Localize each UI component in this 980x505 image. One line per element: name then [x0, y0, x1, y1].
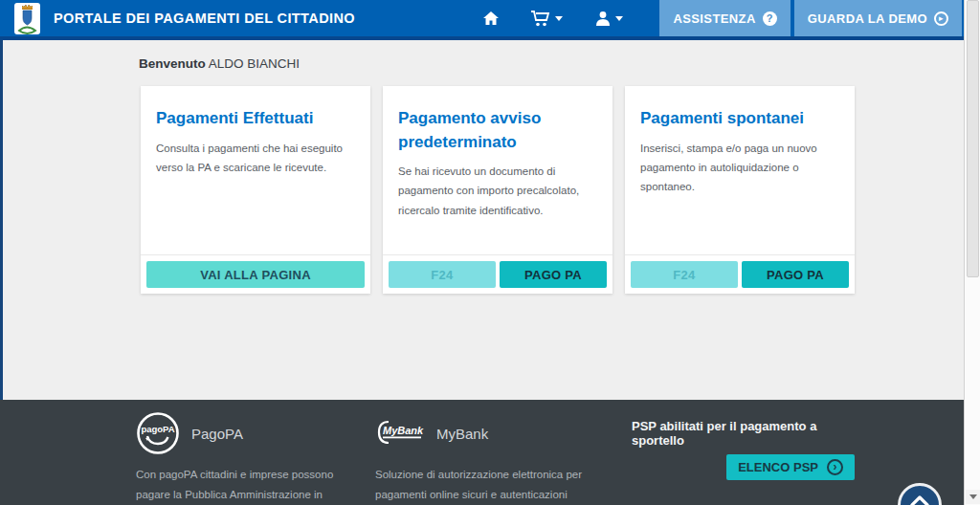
- elenco-psp-label: ELENCO PSP: [738, 460, 818, 474]
- pagopa-logo: pagoPA: [136, 411, 180, 455]
- chevron-down-icon: [615, 16, 623, 21]
- guarda-la-demo-button[interactable]: GUARDA LA DEMO ▸: [794, 0, 962, 36]
- page-footer: pagoPA PagoPA Con pagoPA cittadini e imp…: [0, 400, 980, 505]
- demo-label: GUARDA LA DEMO: [808, 11, 927, 26]
- portal-page: PORTALE DEI PAGAMENTI DEL CITTADINO ASSI…: [0, 0, 980, 505]
- f24-button[interactable]: F24: [389, 261, 496, 288]
- help-icon: ?: [763, 11, 777, 26]
- footer-psp-section: PSP abilitati per il pagamento a sportel…: [632, 411, 857, 448]
- card-footer: VAI ALLA PAGINA: [141, 254, 370, 294]
- demo-play-icon: ▸: [934, 11, 948, 26]
- pagopa-logo-row: pagoPA PagoPA: [136, 411, 366, 455]
- welcome-prefix: Benvenuto: [139, 56, 206, 71]
- cart-menu[interactable]: [531, 11, 563, 27]
- card-pagamenti-spontanei: Pagamenti spontanei Inserisci, stampa e/…: [625, 86, 855, 294]
- pago-pa-button[interactable]: PAGO PA: [742, 261, 849, 288]
- chevron-up-icon: [910, 495, 929, 505]
- welcome-username: ALDO BIANCHI: [209, 56, 300, 71]
- pagopa-name: PagoPA: [191, 426, 243, 442]
- svg-text:MyBank: MyBank: [383, 425, 424, 436]
- page-title: PORTALE DEI PAGAMENTI DEL CITTADINO: [54, 11, 355, 26]
- card-description: Inserisci, stampa e/o paga un nuovo paga…: [640, 139, 839, 196]
- mybank-description[interactable]: Soluzione di autorizzazione elettronica …: [375, 465, 622, 505]
- card-footer: F24 PAGO PA: [383, 254, 612, 294]
- user-icon: [595, 11, 611, 26]
- card-body: Pagamenti spontanei Inserisci, stampa e/…: [625, 86, 855, 254]
- municipality-crest-logo: [13, 2, 41, 35]
- vai-alla-pagina-button[interactable]: VAI ALLA PAGINA: [146, 261, 365, 288]
- mybank-logo-row: MyBank MyBank: [375, 411, 622, 455]
- card-body: Pagamenti Effettuati Consulta i pagament…: [141, 86, 370, 254]
- card-description: Consulta i pagamenti che hai eseguito ve…: [156, 139, 355, 177]
- elenco-psp-button[interactable]: ELENCO PSP ›: [726, 454, 855, 480]
- psp-title: PSP abilitati per il pagamento a sportel…: [632, 419, 857, 448]
- chevron-down-icon: [555, 16, 563, 21]
- pagopa-description[interactable]: Con pagoPA cittadini e imprese possono p…: [136, 465, 366, 505]
- vertical-scrollbar[interactable]: [964, 0, 980, 505]
- card-title: Pagamenti Effettuati: [156, 107, 355, 131]
- cart-icon: [531, 11, 550, 27]
- f24-button[interactable]: F24: [631, 261, 738, 288]
- main-content: Benvenuto ALDO BIANCHI Pagamenti Effettu…: [0, 40, 980, 400]
- card-footer: F24 PAGO PA: [625, 254, 855, 294]
- mybank-logo: MyBank: [375, 419, 425, 448]
- top-navbar: PORTALE DEI PAGAMENTI DEL CITTADINO ASSI…: [0, 0, 980, 40]
- svg-text:pagoPA: pagoPA: [141, 424, 174, 434]
- footer-pagopa-section: pagoPA PagoPA Con pagoPA cittadini e imp…: [136, 411, 366, 505]
- footer-mybank-section: MyBank MyBank Soluzione di autorizzazion…: [375, 411, 622, 505]
- card-description: Se hai ricevuto un documento di pagament…: [398, 162, 597, 219]
- card-title: Pagamento avviso predeterminato: [398, 107, 597, 154]
- chevron-right-circle-icon: ›: [827, 459, 843, 475]
- pago-pa-button[interactable]: PAGO PA: [500, 261, 607, 288]
- card-title: Pagamenti spontanei: [640, 107, 839, 131]
- mybank-name: MyBank: [436, 426, 488, 442]
- user-menu[interactable]: [595, 11, 623, 26]
- scrollbar-down-arrow[interactable]: [966, 490, 980, 504]
- card-body: Pagamento avviso predeterminato Se hai r…: [383, 86, 612, 254]
- welcome-message: Benvenuto ALDO BIANCHI: [139, 56, 300, 71]
- home-icon[interactable]: [483, 11, 499, 25]
- card-pagamenti-effettuati: Pagamenti Effettuati Consulta i pagament…: [141, 86, 370, 294]
- scrollbar-thumb[interactable]: [967, 0, 979, 277]
- assistenza-button[interactable]: ASSISTENZA ?: [659, 0, 790, 36]
- card-pagamento-avviso-predeterminato: Pagamento avviso predeterminato Se hai r…: [383, 86, 612, 294]
- assistenza-label: ASSISTENZA: [673, 11, 755, 26]
